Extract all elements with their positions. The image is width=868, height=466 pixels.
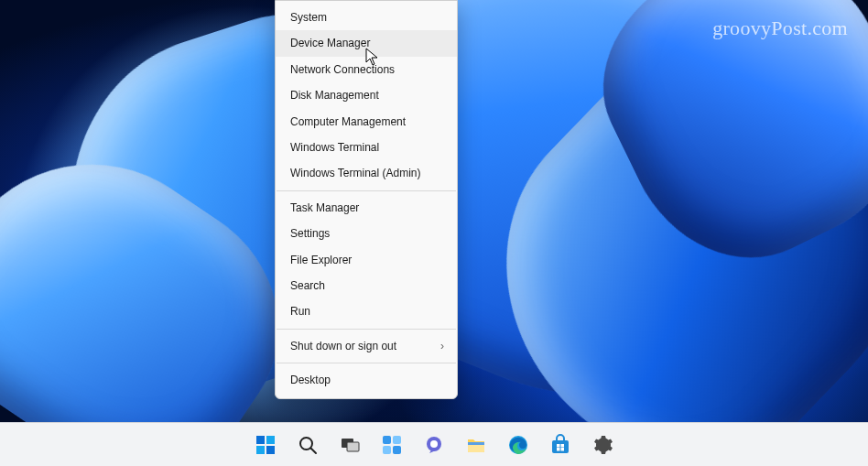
svg-rect-3 bbox=[266, 446, 275, 454]
menu-item-label: Desktop bbox=[290, 374, 331, 386]
start-button[interactable] bbox=[247, 427, 284, 463]
menu-item-label: Network Connections bbox=[290, 63, 395, 76]
menu-item-network-connections[interactable]: Network Connections bbox=[276, 57, 457, 82]
menu-item-system[interactable]: System bbox=[276, 5, 457, 30]
watermark-text: groovyPost.com bbox=[712, 16, 848, 40]
svg-rect-8 bbox=[383, 436, 391, 444]
menu-item-file-explorer[interactable]: File Explorer bbox=[276, 247, 457, 273]
menu-item-search[interactable]: Search bbox=[276, 273, 457, 298]
gear-icon bbox=[591, 434, 613, 456]
menu-item-label: Windows Terminal bbox=[290, 141, 379, 154]
menu-item-computer-management[interactable]: Computer Management bbox=[276, 109, 457, 135]
svg-rect-2 bbox=[256, 446, 265, 454]
widgets-button[interactable] bbox=[374, 427, 410, 463]
file-explorer-button[interactable] bbox=[458, 427, 494, 463]
menu-item-label: Windows Terminal (Admin) bbox=[290, 167, 420, 179]
chat-icon bbox=[423, 434, 445, 456]
search-button[interactable] bbox=[289, 427, 326, 463]
store-button[interactable] bbox=[542, 427, 579, 463]
menu-item-label: Run bbox=[290, 305, 310, 318]
task-view-icon bbox=[339, 434, 361, 456]
menu-item-shut-down-or-sign-out[interactable]: Shut down or sign out› bbox=[276, 333, 457, 359]
chat-button[interactable] bbox=[416, 427, 452, 463]
folder-icon bbox=[465, 434, 487, 456]
svg-rect-11 bbox=[393, 446, 401, 454]
menu-item-task-manager[interactable]: Task Manager bbox=[276, 195, 457, 221]
menu-item-label: Disk Management bbox=[290, 89, 379, 102]
task-view-button[interactable] bbox=[331, 427, 368, 463]
svg-rect-18 bbox=[557, 444, 560, 448]
menu-item-settings[interactable]: Settings bbox=[276, 221, 457, 246]
menu-item-label: Search bbox=[290, 279, 325, 292]
svg-line-5 bbox=[311, 448, 317, 453]
settings-app-button[interactable] bbox=[584, 427, 621, 463]
windows-logo-icon bbox=[255, 434, 277, 456]
menu-item-windows-terminal[interactable]: Windows Terminal bbox=[276, 135, 457, 160]
menu-item-desktop[interactable]: Desktop bbox=[276, 367, 457, 393]
svg-rect-17 bbox=[552, 440, 569, 453]
menu-item-label: System bbox=[290, 11, 327, 24]
store-icon bbox=[549, 434, 571, 456]
svg-rect-1 bbox=[266, 436, 275, 444]
chevron-right-icon: › bbox=[440, 340, 444, 352]
svg-rect-19 bbox=[561, 444, 565, 448]
menu-item-device-manager[interactable]: Device Manager bbox=[276, 30, 457, 56]
menu-item-label: Computer Management bbox=[290, 115, 406, 128]
svg-point-13 bbox=[430, 440, 438, 448]
svg-rect-7 bbox=[347, 442, 359, 451]
taskbar bbox=[0, 422, 868, 466]
menu-item-label: File Explorer bbox=[290, 254, 352, 266]
menu-item-disk-management[interactable]: Disk Management bbox=[276, 82, 457, 108]
svg-rect-10 bbox=[383, 446, 391, 454]
menu-item-label: Settings bbox=[290, 227, 330, 240]
svg-rect-20 bbox=[557, 448, 560, 451]
menu-separator bbox=[277, 190, 456, 191]
power-user-menu: SystemDevice ManagerNetwork ConnectionsD… bbox=[275, 0, 458, 399]
edge-icon bbox=[507, 434, 529, 456]
svg-rect-9 bbox=[393, 436, 401, 444]
menu-item-label: Task Manager bbox=[290, 201, 359, 214]
menu-item-windows-terminal-admin[interactable]: Windows Terminal (Admin) bbox=[276, 160, 457, 186]
svg-rect-21 bbox=[561, 448, 565, 451]
menu-item-label: Device Manager bbox=[290, 37, 370, 49]
menu-item-label: Shut down or sign out bbox=[290, 340, 396, 352]
svg-rect-15 bbox=[468, 442, 484, 445]
widgets-icon bbox=[381, 434, 403, 456]
menu-item-run[interactable]: Run bbox=[276, 298, 457, 324]
menu-separator bbox=[277, 363, 456, 363]
search-icon bbox=[297, 434, 319, 456]
svg-rect-0 bbox=[256, 436, 265, 444]
edge-button[interactable] bbox=[500, 427, 537, 463]
menu-separator bbox=[277, 329, 456, 330]
